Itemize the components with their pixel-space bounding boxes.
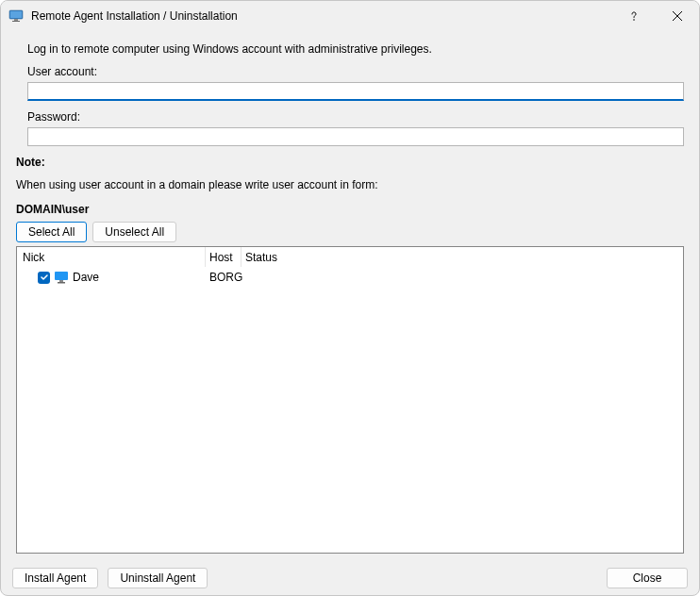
monitor-icon	[54, 271, 69, 284]
unselect-all-button[interactable]: Unselect All	[92, 222, 176, 242]
column-header-host[interactable]: Host	[206, 247, 242, 267]
password-label: Password:	[16, 110, 684, 124]
computer-list: Nick Host Status	[16, 246, 684, 554]
dialog-content: Log in to remote computer using Windows …	[1, 31, 699, 561]
svg-rect-1	[10, 11, 22, 18]
dialog-window: Remote Agent Installation / Uninstallati…	[0, 0, 700, 596]
select-all-button[interactable]: Select All	[16, 222, 87, 242]
close-window-button[interactable]	[656, 1, 699, 31]
selection-button-row: Select All Unselect All	[16, 222, 684, 242]
row-nick-label: Dave	[73, 271, 99, 284]
svg-rect-9	[58, 282, 65, 284]
column-header-nick[interactable]: Nick	[17, 247, 206, 267]
close-button[interactable]: Close	[607, 568, 688, 588]
app-icon	[8, 8, 24, 24]
column-header-status[interactable]: Status	[242, 247, 683, 267]
user-account-label: User account:	[16, 65, 684, 78]
instruction-text: Log in to remote computer using Windows …	[16, 42, 684, 56]
svg-rect-2	[14, 19, 18, 21]
domain-format-text: DOMAIN\user	[16, 203, 684, 216]
titlebar-controls	[612, 1, 699, 31]
bottom-button-bar: Install Agent Uninstall Agent Close	[1, 561, 699, 595]
svg-rect-3	[12, 21, 20, 22]
note-label: Note:	[16, 156, 684, 169]
uninstall-agent-button[interactable]: Uninstall Agent	[108, 568, 208, 588]
svg-rect-8	[59, 280, 63, 282]
checkmark-icon	[40, 273, 49, 282]
help-icon	[628, 10, 640, 22]
list-item[interactable]: Dave BORG	[17, 268, 683, 287]
row-host-cell: BORG	[206, 271, 242, 284]
install-agent-button[interactable]: Install Agent	[12, 568, 98, 588]
password-input[interactable]	[27, 127, 684, 146]
close-icon	[673, 11, 682, 21]
list-header: Nick Host Status	[17, 247, 683, 268]
note-text: When using user account in a domain plea…	[16, 178, 684, 191]
user-account-input[interactable]	[27, 82, 684, 101]
row-checkbox[interactable]	[38, 272, 50, 284]
list-body: Dave BORG	[17, 268, 683, 553]
svg-point-4	[633, 19, 635, 21]
svg-rect-7	[55, 272, 68, 280]
window-title: Remote Agent Installation / Uninstallati…	[31, 9, 612, 23]
titlebar: Remote Agent Installation / Uninstallati…	[1, 1, 699, 31]
row-nick-cell: Dave	[17, 271, 206, 284]
help-button[interactable]	[612, 1, 656, 31]
